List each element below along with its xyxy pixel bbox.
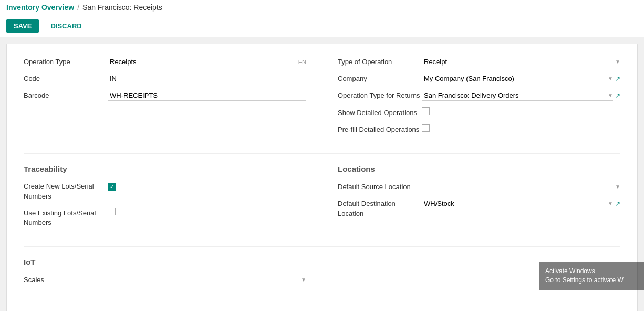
company-select-wrapper: My Company (San Francisco) ▼ <box>422 74 613 84</box>
scales-label: Scales <box>24 276 108 284</box>
operation-type-value: EN <box>108 57 306 67</box>
form-section-iot: IoT Scales ▼ <box>24 257 620 292</box>
type-of-operation-value: Receipt Delivery Orders Internal Transfe… <box>422 57 620 67</box>
default-source-value: ▼ <box>422 182 620 192</box>
type-of-operation-arrow: ▼ <box>615 59 620 65</box>
default-destination-label: Default Destination Location <box>338 199 422 218</box>
show-detailed-row: Show Detailed Operations <box>338 107 620 118</box>
use-existing-checkbox-container <box>108 208 306 215</box>
operation-type-row: Operation Type EN <box>24 57 306 67</box>
show-detailed-checkbox[interactable] <box>422 107 430 115</box>
company-label: Company <box>338 75 422 82</box>
op-type-returns-label: Operation Type for Returns <box>338 91 422 100</box>
operation-type-input-wrapper: EN <box>108 57 306 67</box>
create-lots-checkbox-container: ✓ <box>108 183 306 191</box>
barcode-row: Barcode <box>24 90 306 101</box>
default-source-row: Default Source Location ▼ <box>338 182 620 192</box>
breadcrumb-separator: / <box>77 3 79 12</box>
create-lots-value: ✓ <box>108 183 306 191</box>
show-detailed-checkbox-container <box>422 107 620 115</box>
prefill-detailed-label: Pre-fill Detailed Operations <box>338 125 422 134</box>
code-input[interactable] <box>108 74 306 84</box>
company-arrow: ▼ <box>608 76 613 81</box>
breadcrumb: Inventory Overview / San Francisco: Rece… <box>6 3 162 12</box>
scales-arrow: ▼ <box>301 277 306 283</box>
locations-title: Locations <box>338 164 620 173</box>
prefill-detailed-checkbox-container <box>422 124 620 132</box>
operation-type-label: Operation Type <box>24 58 108 66</box>
show-detailed-value <box>422 107 620 115</box>
type-of-operation-select-wrapper: Receipt Delivery Orders Internal Transfe… <box>422 57 620 67</box>
form-section-top: Operation Type EN Code <box>24 57 620 141</box>
form-section-traceability-locations: Traceability Create New Lots/Serial Numb… <box>24 164 620 234</box>
default-destination-external-link-icon[interactable]: ↗ <box>615 200 620 208</box>
toolbar: SAVE DISCARD <box>0 15 644 37</box>
op-type-returns-row: Operation Type for Returns San Francisco… <box>338 90 620 101</box>
default-destination-row: Default Destination Location WH/Stock ▼ … <box>338 199 620 218</box>
prefill-detailed-value <box>422 124 620 132</box>
use-existing-label: Use Existing Lots/Serial Numbers <box>24 209 108 227</box>
type-of-operation-row: Type of Operation Receipt Delivery Order… <box>338 57 620 67</box>
iot-title: IoT <box>24 257 306 266</box>
op-type-returns-select[interactable]: San Francisco: Delivery Orders <box>422 90 607 100</box>
op-type-returns-value: San Francisco: Delivery Orders ▼ ↗ <box>422 90 620 101</box>
default-source-select[interactable] <box>422 182 614 192</box>
code-row: Code <box>24 74 306 84</box>
code-label: Code <box>24 75 108 82</box>
operation-type-input[interactable] <box>108 57 296 67</box>
activate-windows-notice: Activate Windows Go to Settings to activ… <box>539 262 644 290</box>
barcode-input[interactable] <box>108 90 306 101</box>
locations-col: Locations Default Source Location ▼ <box>338 164 620 234</box>
company-external-link-icon[interactable]: ↗ <box>615 75 620 82</box>
type-of-operation-select[interactable]: Receipt Delivery Orders Internal Transfe… <box>422 57 614 67</box>
op-type-returns-select-wrapper: San Francisco: Delivery Orders ▼ <box>422 90 613 101</box>
default-source-select-wrapper: ▼ <box>422 182 620 192</box>
default-destination-value: WH/Stock ▼ ↗ <box>422 199 620 209</box>
company-value: My Company (San Francisco) ▼ ↗ <box>422 74 620 84</box>
company-row: Company My Company (San Francisco) ▼ ↗ <box>338 74 620 84</box>
traceability-title: Traceability <box>24 164 306 173</box>
scales-row: Scales ▼ <box>24 275 306 285</box>
use-existing-value <box>108 208 306 215</box>
default-destination-select[interactable]: WH/Stock <box>422 199 607 209</box>
prefill-detailed-checkbox[interactable] <box>422 124 430 132</box>
create-lots-row: Create New Lots/Serial Numbers ✓ <box>24 182 306 201</box>
use-existing-row: Use Existing Lots/Serial Numbers <box>24 208 306 227</box>
code-value <box>108 74 306 84</box>
activate-windows-line2: Go to Settings to activate W <box>545 276 638 285</box>
create-lots-checkbox[interactable]: ✓ <box>108 183 116 191</box>
save-button[interactable]: SAVE <box>6 19 39 33</box>
default-destination-select-wrapper: WH/Stock ▼ <box>422 199 613 209</box>
default-source-arrow: ▼ <box>615 184 620 190</box>
form-col-right: Type of Operation Receipt Delivery Order… <box>338 57 620 141</box>
scales-value: ▼ <box>108 275 306 285</box>
section-divider-2 <box>24 246 620 247</box>
type-of-operation-label: Type of Operation <box>338 58 422 66</box>
scales-select-wrapper: ▼ <box>108 275 306 285</box>
op-type-returns-arrow: ▼ <box>608 92 613 98</box>
discard-button[interactable]: DISCARD <box>43 19 89 33</box>
form-col-left: Operation Type EN Code <box>24 57 306 141</box>
scales-select[interactable] <box>108 275 300 285</box>
traceability-col: Traceability Create New Lots/Serial Numb… <box>24 164 306 234</box>
default-source-label: Default Source Location <box>338 182 422 192</box>
company-select[interactable]: My Company (San Francisco) <box>422 74 607 84</box>
breadcrumb-bar: Inventory Overview / San Francisco: Rece… <box>0 0 644 15</box>
show-detailed-label: Show Detailed Operations <box>338 108 422 118</box>
use-existing-checkbox[interactable] <box>108 208 116 215</box>
lang-badge: EN <box>298 59 306 65</box>
breadcrumb-link[interactable]: Inventory Overview <box>6 3 74 12</box>
activate-windows-line1: Activate Windows <box>545 267 638 276</box>
breadcrumb-current: San Francisco: Receipts <box>82 3 162 12</box>
default-destination-arrow: ▼ <box>608 201 613 206</box>
section-divider-1 <box>24 153 620 154</box>
iot-col: IoT Scales ▼ <box>24 257 306 292</box>
prefill-detailed-row: Pre-fill Detailed Operations <box>338 124 620 134</box>
op-type-returns-external-link-icon[interactable]: ↗ <box>615 92 620 99</box>
barcode-value <box>108 90 306 101</box>
create-lots-label: Create New Lots/Serial Numbers <box>24 182 108 201</box>
barcode-label: Barcode <box>24 91 108 99</box>
